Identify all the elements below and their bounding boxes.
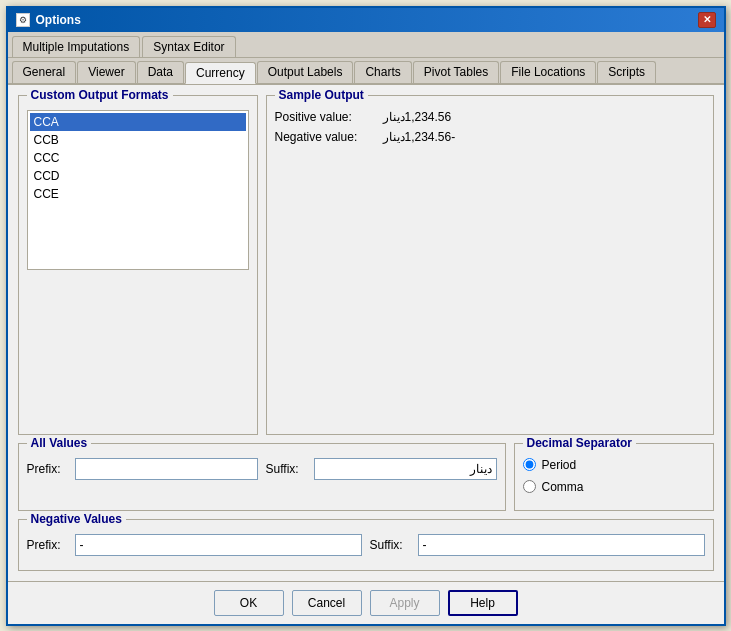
tab-file-locations[interactable]: File Locations [500,61,596,83]
period-label: Period [542,458,577,472]
all-prefix-label: Prefix: [27,462,67,476]
neg-suffix-label: Suffix: [370,538,410,552]
period-radio-row[interactable]: Period [523,458,705,472]
list-item-cce[interactable]: CCE [30,185,246,203]
sample-output-group: Sample Output Positive value: 1,234.56دی… [266,95,714,435]
close-button[interactable]: ✕ [698,12,716,28]
tab-viewer[interactable]: Viewer [77,61,135,83]
tabs-row1: Multiple Imputations Syntax Editor [8,32,724,58]
content-area: Custom Output Formats CCA CCB CCC CCD CC… [8,85,724,581]
dialog-title: Options [36,13,81,27]
list-item-cca[interactable]: CCA [30,113,246,131]
options-dialog: ⚙ Options ✕ Multiple Imputations Syntax … [6,6,726,626]
list-item-ccc[interactable]: CCC [30,149,246,167]
list-item-ccd[interactable]: CCD [30,167,246,185]
positive-value-row: Positive value: 1,234.56دینار [275,110,705,124]
negative-values-fields: Prefix: Suffix: [27,534,705,556]
neg-prefix-input[interactable] [75,534,362,556]
tab-multiple-imputations[interactable]: Multiple Imputations [12,36,141,57]
negative-value-row: Negative value: -1,234.56دینار [275,130,705,144]
tab-output-labels[interactable]: Output Labels [257,61,354,83]
comma-radio[interactable] [523,480,536,493]
tab-currency[interactable]: Currency [185,62,256,84]
mid-section: All Values Prefix: Suffix: Decimal Separ… [18,443,714,511]
all-values-label: All Values [27,436,92,450]
title-bar-left: ⚙ Options [16,13,81,27]
all-values-group: All Values Prefix: Suffix: [18,443,506,511]
negative-label: Negative value: [275,130,375,144]
cancel-button[interactable]: Cancel [292,590,362,616]
sample-output-label: Sample Output [275,88,368,102]
help-button[interactable]: Help [448,590,518,616]
list-item-ccb[interactable]: CCB [30,131,246,149]
positive-label: Positive value: [275,110,375,124]
all-values-fields: Prefix: Suffix: [27,458,497,480]
decimal-separator-label: Decimal Separator [523,436,636,450]
comma-radio-row[interactable]: Comma [523,480,705,494]
top-row: Custom Output Formats CCA CCB CCC CCD CC… [18,95,714,435]
tab-data[interactable]: Data [137,61,184,83]
neg-prefix-label: Prefix: [27,538,67,552]
app-icon: ⚙ [16,13,30,27]
custom-output-formats-label: Custom Output Formats [27,88,173,102]
negative-values-group: Negative Values Prefix: Suffix: [18,519,714,571]
decimal-separator-group: Decimal Separator Period Comma [514,443,714,511]
tab-general[interactable]: General [12,61,77,83]
negative-values-label: Negative Values [27,512,126,526]
custom-output-formats-group: Custom Output Formats CCA CCB CCC CCD CC… [18,95,258,435]
ok-button[interactable]: OK [214,590,284,616]
tab-charts[interactable]: Charts [354,61,411,83]
all-prefix-input[interactable] [75,458,258,480]
period-radio[interactable] [523,458,536,471]
all-suffix-label: Suffix: [266,462,306,476]
comma-label: Comma [542,480,584,494]
tabs-row2: General Viewer Data Currency Output Labe… [8,58,724,85]
title-bar: ⚙ Options ✕ [8,8,724,32]
custom-formats-list[interactable]: CCA CCB CCC CCD CCE [27,110,249,270]
positive-value: 1,234.56دینار [383,110,452,124]
neg-suffix-input[interactable] [418,534,705,556]
negative-value: -1,234.56دینار [383,130,456,144]
tab-syntax-editor[interactable]: Syntax Editor [142,36,235,57]
all-suffix-input[interactable] [314,458,497,480]
button-row: OK Cancel Apply Help [8,581,724,624]
tab-scripts[interactable]: Scripts [597,61,656,83]
tab-pivot-tables[interactable]: Pivot Tables [413,61,499,83]
apply-button[interactable]: Apply [370,590,440,616]
